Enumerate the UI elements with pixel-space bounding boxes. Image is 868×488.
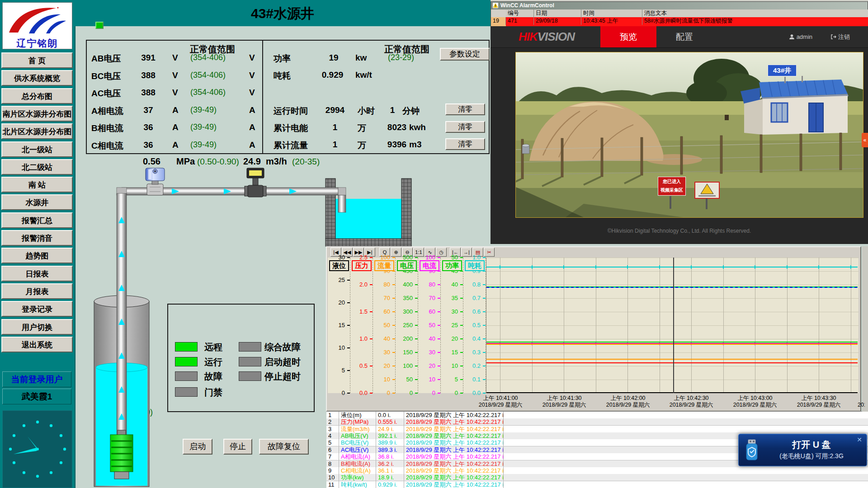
clear-button-2[interactable]: 清零 <box>445 138 485 150</box>
axis-tick-label: 50 <box>418 322 435 328</box>
axis-button-吨耗[interactable]: 吨耗 <box>465 260 485 271</box>
sidebar-item-2[interactable]: 总分布图 <box>1 88 73 104</box>
sidebar-item-5[interactable]: 北一级站 <box>1 141 73 157</box>
axis-tick-label: 0.2 <box>463 362 481 369</box>
usb-popup[interactable]: 打开 U 盘 (老毛桃U盘) 可用:2.3G ✕ <box>738 434 867 466</box>
axis-tick-mark <box>483 379 486 380</box>
sidebar-item-8[interactable]: 水源井 <box>1 194 73 210</box>
table-cell: 10 <box>326 474 339 481</box>
sidebar-item-11[interactable]: 趋势图 <box>1 248 73 263</box>
table-cell: 2018/9/29 星期六 上午 10:42:22.217 i. <box>404 467 504 474</box>
clock-minute-hand <box>14 448 38 454</box>
axis-tick-label: 25 <box>441 322 458 328</box>
param-value: 1 <box>319 122 351 132</box>
axis-tick-label: 60 <box>418 308 435 315</box>
param-value: 391 <box>130 53 166 63</box>
status-lamp-故障 <box>175 371 198 381</box>
axis-tick-mark <box>347 257 350 258</box>
axis-tick-label: 80 <box>373 281 390 288</box>
axis-tick-label: 2.0 <box>350 281 368 288</box>
axis-tick-label: 15 <box>441 349 458 356</box>
logout-icon <box>830 34 836 40</box>
usb-popup-subtitle: (老毛桃U盘) 可用:2.3G <box>760 452 863 460</box>
trend-toolbar-13[interactable]: ✂ <box>484 248 495 257</box>
table-cell: 36.2 i. <box>376 460 404 467</box>
table-cell: 压力(MPa) <box>339 418 376 425</box>
axis-tick-mark <box>438 366 440 366</box>
sidebar-item-16[interactable]: 退出系统 <box>1 337 73 352</box>
axis-button-压力[interactable]: 压力 <box>352 260 372 271</box>
trend-cursor-line[interactable] <box>673 258 674 393</box>
axis-tick-label: 0.5 <box>350 362 368 369</box>
collapse-tab[interactable]: « <box>862 133 868 147</box>
settings-button[interactable]: 参数设定 <box>440 48 490 61</box>
sidebar-item-3[interactable]: 南片区水源井分布图 <box>1 106 73 122</box>
axis-button-流量[interactable]: 流量 <box>374 260 394 271</box>
camera-video-feed <box>515 52 863 218</box>
param-value: 37 <box>130 105 166 115</box>
sidebar-item-9[interactable]: 报警汇总 <box>1 212 73 228</box>
table-cell: 7 <box>326 453 339 460</box>
axis-button-液位[interactable]: 液位 <box>329 260 349 271</box>
tab-config[interactable]: 配置 <box>656 26 712 47</box>
sidebar-item-13[interactable]: 月报表 <box>1 283 73 299</box>
axis-tick-label: 150 <box>396 349 413 356</box>
sidebar-item-12[interactable]: 日报表 <box>1 266 73 282</box>
table-cell: 2018/9/29 星期六 上午 10:42:22.217 i. <box>404 453 504 460</box>
table-cell: 389.3 i. <box>376 446 404 453</box>
hikvision-panel: HIKVISION 预览 配置 admin 注销 <box>491 26 868 244</box>
axis-tick-label: 0 <box>328 389 345 396</box>
sidebar-item-4[interactable]: 北片区水源井分布图 <box>1 123 73 139</box>
scada-screen: 辽宁铭朗 首 页供水系统概览总分布图南片区水源井分布图北片区水源井分布图北一级站… <box>0 0 868 488</box>
alarm-header-1: 日期 <box>534 9 581 17</box>
clear-button-0[interactable]: 清零 <box>445 103 485 115</box>
logo-text: 辽宁铭朗 <box>3 37 72 50</box>
axis-tick-label: 100 <box>373 254 390 261</box>
sidebar-item-6[interactable]: 北二级站 <box>1 159 73 175</box>
axis-tick-label: 40 <box>441 281 458 288</box>
sidebar-item-0[interactable]: 首 页 <box>1 52 73 68</box>
status-label: 启动超时 <box>264 356 301 368</box>
sidebar-item-1[interactable]: 供水系统概览 <box>1 70 73 86</box>
param-unit: 小时 <box>358 105 375 117</box>
sidebar-item-15[interactable]: 用户切换 <box>1 319 73 335</box>
table-cell: 4 <box>326 432 339 439</box>
current-user-name: 武美霞1 <box>2 389 71 404</box>
stop-button[interactable]: 停止 <box>223 439 252 455</box>
usb-popup-close-icon[interactable]: ✕ <box>855 436 863 444</box>
table-cell: 2018/9/29 星期六 上午 10:42:22.217 i. <box>404 426 504 432</box>
sidebar-item-10[interactable]: 报警消音 <box>1 230 73 246</box>
hikvision-copyright: ©Hikvision Digital Technology Co., Ltd. … <box>491 228 868 234</box>
table-cell <box>504 481 868 488</box>
param-range-unit: V <box>249 53 255 63</box>
user-menu[interactable]: admin <box>789 26 812 47</box>
tab-preview[interactable]: 预览 <box>600 26 656 47</box>
param-value: 19 <box>316 53 352 63</box>
sidebar-item-14[interactable]: 登录记录 <box>1 301 73 317</box>
alarm-icon <box>493 3 498 8</box>
mini-green-indicator[interactable] <box>95 22 104 29</box>
fault-reset-button[interactable]: 故障复位 <box>259 439 309 455</box>
table-row-1: 1液位(m)0.0 i.2018/9/29 星期六 上午 10:42:22.21… <box>326 412 868 419</box>
axis-button-功率[interactable]: 功率 <box>442 260 462 271</box>
axis-tick-mark <box>370 366 373 366</box>
axis-button-电压[interactable]: 电压 <box>397 260 417 271</box>
axis-tick-label: 0.1 <box>463 376 481 383</box>
param-range: (354-406) <box>190 70 246 80</box>
axis-tick-mark <box>460 338 463 339</box>
status-lamp-启动超时 <box>239 357 261 366</box>
table-cell <box>504 474 868 481</box>
analog-clock <box>2 410 72 488</box>
table-row-11: 11吨耗(kw/t)0.929 i.2018/9/29 星期六 上午 10:42… <box>326 481 868 488</box>
clear-button-1[interactable]: 清零 <box>445 121 485 133</box>
axis-tick-mark <box>483 338 486 339</box>
axis-button-电流[interactable]: 电流 <box>420 260 439 271</box>
logout-button[interactable]: 注销 <box>830 26 850 47</box>
axis-tick-label: 30 <box>373 349 390 356</box>
person-icon <box>789 34 795 40</box>
sidebar-item-7[interactable]: 南 站 <box>1 177 73 192</box>
param-label: 累计电能 <box>274 122 308 134</box>
param-unit2: kwh <box>409 122 426 132</box>
start-button[interactable]: 启动 <box>183 439 212 455</box>
company-logo: 辽宁铭朗 <box>2 2 72 49</box>
